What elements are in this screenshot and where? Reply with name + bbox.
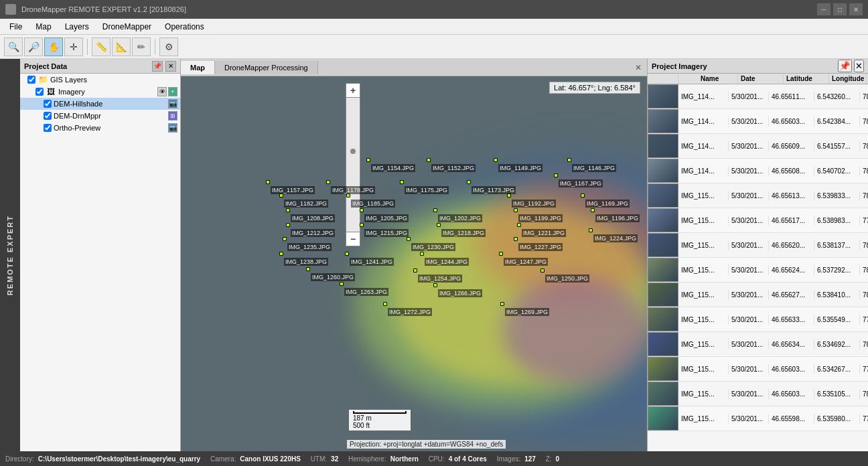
zoom-in-button[interactable]: + — [346, 83, 360, 98]
imagery-table-row[interactable]: IMG_115...5/30/201...46.65627...6.538410… — [648, 283, 868, 307]
pan-tool[interactable]: ✋ — [44, 37, 63, 56]
map-image-label[interactable]: IMG_1178.JPG — [331, 186, 375, 194]
dronemapper-processing-tab[interactable]: DroneMapper Processing — [215, 61, 318, 74]
imagery-eye-button[interactable]: 👁 — [157, 87, 167, 96]
map-image-label[interactable]: IMG_1152.JPG — [431, 164, 476, 172]
imagery-table-row[interactable]: IMG_115...5/30/201...46.65598...6.535980… — [648, 406, 868, 431]
dem-drnmppr-checkbox[interactable] — [44, 112, 52, 120]
map-image-label[interactable]: IMG_1154.JPG — [371, 164, 415, 172]
col-lat[interactable]: Latitude — [784, 74, 829, 84]
imagery-table-row[interactable]: IMG_115...5/30/201...46.65603...6.535105… — [648, 382, 868, 406]
map-image-label[interactable]: IMG_1157.JPG — [271, 186, 315, 194]
settings-tool[interactable]: ⚙ — [159, 37, 178, 56]
col-lng[interactable]: Longitude — [829, 74, 867, 84]
map-image-label[interactable]: IMG_1244.JPG — [425, 258, 469, 266]
map-image-label[interactable]: IMG_1202.JPG — [438, 214, 482, 222]
map-image-label[interactable]: IMG_1175.JPG — [405, 186, 449, 194]
zoom-out-button[interactable]: − — [346, 232, 360, 246]
map-tab[interactable]: Map — [181, 61, 215, 74]
imagery-table-row[interactable]: IMG_115...5/30/201...46.65633...6.535549… — [648, 307, 868, 332]
map-image-label[interactable]: IMG_1269.JPG — [505, 308, 549, 316]
imagery-table-row[interactable]: IMG_114...5/30/201...46.65608...6.540702… — [648, 159, 868, 183]
map-image-label[interactable]: IMG_1260.JPG — [311, 273, 355, 281]
restore-button[interactable]: □ — [833, 3, 847, 15]
imagery-table-row[interactable]: IMG_115...5/30/201...46.65634...6.534692… — [648, 332, 868, 357]
map-image-label[interactable]: IMG_1272.JPG — [388, 308, 432, 316]
map-image-label[interactable]: IMG_1167.JPG — [559, 179, 603, 187]
minimize-button[interactable]: ─ — [817, 3, 830, 15]
map-panel-close[interactable]: ✕ — [630, 59, 647, 76]
map-image-label[interactable]: IMG_1218.JPG — [441, 229, 486, 237]
map-image-label[interactable]: IMG_1227.JPG — [518, 243, 563, 251]
map-image-label[interactable]: IMG_1230.JPG — [411, 243, 455, 251]
map-image-label[interactable]: IMG_1238.JPG — [284, 258, 328, 266]
left-sidebar: REMOTE EXPERT — [0, 59, 20, 451]
imagery-table-row[interactable]: IMG_114...5/30/201...46.65603...6.542384… — [648, 109, 868, 134]
imagery-table-row[interactable]: IMG_115...5/30/201...46.65603...6.534267… — [648, 357, 868, 382]
projection-info: Projection: +proj=longlat +datum=WGS84 +… — [347, 440, 506, 449]
col-name[interactable]: Name — [698, 74, 738, 84]
project-data-pin-button[interactable]: 📌 — [152, 61, 163, 72]
map-image-label[interactable]: IMG_1149.JPG — [498, 164, 542, 172]
map-image-label[interactable]: IMG_1215.JPG — [364, 229, 409, 237]
zoom-out-tool[interactable]: 🔎 — [24, 37, 43, 56]
map-image-label[interactable]: IMG_1199.JPG — [518, 214, 563, 222]
project-data-close-button[interactable]: ✕ — [165, 61, 176, 72]
map-image-label[interactable]: IMG_1241.JPG — [350, 258, 394, 266]
imagery-table-row[interactable]: IMG_114...5/30/201...46.65611...6.543260… — [648, 84, 868, 109]
map-image-label[interactable]: IMG_1221.JPG — [522, 229, 566, 237]
map-image-label[interactable]: IMG_1254.JPG — [418, 275, 462, 283]
map-image-label[interactable]: IMG_1224.JPG — [593, 234, 638, 242]
crosshair-tool[interactable]: ✛ — [64, 37, 83, 56]
map-image-label[interactable]: IMG_1247.JPG — [504, 258, 548, 266]
map-image-label[interactable]: IMG_1205.JPG — [364, 214, 409, 222]
imagery-table-row[interactable]: IMG_115...5/30/201...46.65624...6.537292… — [648, 258, 868, 283]
map-image-label[interactable]: IMG_1182.JPG — [284, 200, 328, 208]
menu-operations[interactable]: Operations — [158, 21, 211, 33]
imagery-table-row[interactable]: IMG_115...5/30/201...46.65613...6.539833… — [648, 183, 868, 208]
menu-layers[interactable]: Layers — [58, 21, 96, 33]
map-image-label[interactable]: IMG_1266.JPG — [438, 289, 482, 297]
gis-layers-group[interactable]: 📁 GIS Layers — [20, 74, 180, 86]
map-image-label[interactable]: IMG_1185.JPG — [351, 200, 395, 208]
draw-tool[interactable]: ✏ — [132, 37, 151, 56]
ruler-tool[interactable]: 📐 — [112, 37, 131, 56]
scale-feet: 500 ft — [353, 422, 407, 429]
imagery-add-button[interactable]: + — [168, 87, 177, 96]
ortho-preview-checkbox[interactable] — [44, 124, 52, 132]
col-date[interactable]: Date — [738, 74, 784, 84]
menu-dronemapper[interactable]: DroneMapper — [96, 21, 158, 33]
menu-file[interactable]: File — [3, 21, 29, 33]
map-image-label[interactable]: IMG_1250.JPG — [545, 275, 589, 283]
dem-hillshade-label: DEM-Hillshade — [54, 100, 166, 108]
map-image-label[interactable]: IMG_1212.JPG — [291, 229, 335, 237]
zoom-in-tool[interactable]: 🔍 — [4, 37, 23, 56]
map-viewport[interactable]: Lat: 46.657°; Lng: 6.584° + − 187 m 500 … — [181, 76, 647, 451]
zoom-controls: + − — [346, 83, 360, 246]
ortho-preview-icon-btn[interactable]: 📷 — [168, 123, 177, 133]
dem-drnmppr-icon-btn[interactable]: ⊞ — [168, 111, 177, 121]
dem-drnmppr-item[interactable]: DEM-DrnMppr ⊞ — [20, 110, 180, 122]
map-image-label[interactable]: IMG_1192.JPG — [512, 200, 556, 208]
map-image-label[interactable]: IMG_1235.JPG — [287, 243, 332, 251]
ortho-preview-item[interactable]: Ortho-Preview 📷 — [20, 122, 180, 134]
imagery-checkbox[interactable] — [35, 88, 44, 96]
map-image-label[interactable]: IMG_1169.JPG — [585, 200, 630, 208]
dem-hillshade-icon-btn[interactable]: 📷 — [168, 99, 177, 108]
map-image-label[interactable]: IMG_1263.JPG — [344, 288, 388, 296]
measure-tool[interactable]: 📏 — [92, 37, 111, 56]
imagery-table-row[interactable]: IMG_115...5/30/201...46.65620...6.538137… — [648, 233, 868, 258]
menu-map[interactable]: Map — [29, 21, 58, 33]
imagery-table-row[interactable]: IMG_114...5/30/201...46.65609...6.541557… — [648, 134, 868, 159]
imagery-table-row[interactable]: IMG_115...5/30/201...46.65617...6.538983… — [648, 208, 868, 233]
map-image-label[interactable]: IMG_1146.JPG — [572, 164, 616, 172]
map-image-label[interactable]: IMG_1208.JPG — [291, 214, 335, 222]
imagery-pin-button[interactable]: 📌 — [838, 60, 852, 72]
imagery-group[interactable]: 🖼 Imagery 👁 + — [20, 86, 180, 98]
close-button[interactable]: ✕ — [849, 3, 863, 15]
map-image-label[interactable]: IMG_1196.JPG — [595, 214, 640, 222]
imagery-close-button[interactable]: ✕ — [854, 60, 864, 72]
dem-hillshade-item[interactable]: DEM-Hillshade 📷 — [20, 98, 180, 110]
dem-hillshade-checkbox[interactable] — [44, 100, 52, 108]
gis-layers-checkbox[interactable] — [27, 76, 35, 84]
